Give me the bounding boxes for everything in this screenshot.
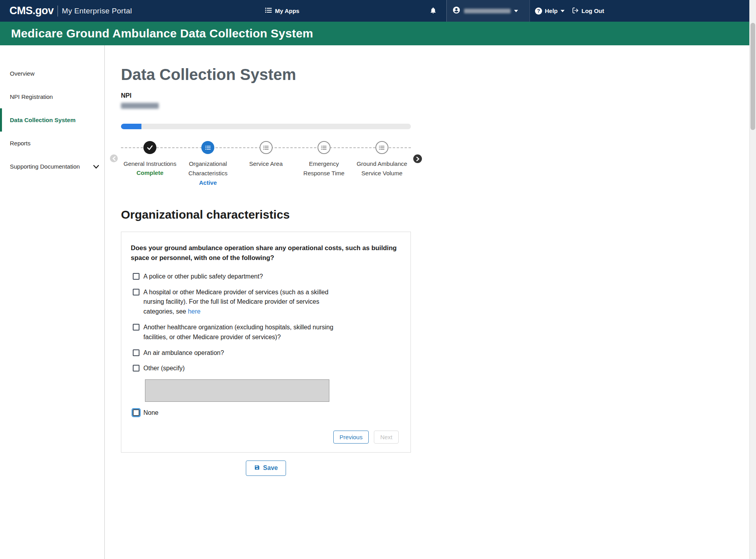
option-text: A hospital or other Medicare provider of…	[143, 289, 329, 315]
option-air-ambulance: An air ambulance operation?	[133, 348, 399, 358]
step-label: Organizational Characteristics	[179, 159, 237, 178]
notifications-button[interactable]	[429, 0, 437, 22]
sidebar: Overview NPI Registration Data Collectio…	[0, 45, 105, 559]
npi-label: NPI	[121, 92, 411, 99]
step-label: Service Area	[249, 159, 282, 169]
step-label: Emergency Response Time	[295, 159, 353, 178]
step-label: General Instructions	[123, 159, 176, 169]
options-list: A police or other public safety departme…	[133, 272, 399, 418]
list-icon	[375, 141, 388, 154]
save-icon	[254, 464, 260, 472]
my-apps-button[interactable]: My Apps	[265, 7, 299, 14]
checkbox-other-healthcare-org[interactable]	[133, 324, 139, 331]
option-label[interactable]: Another healthcare organization (excludi…	[143, 323, 349, 342]
brand-logo[interactable]: CMS.gov My Enterprise Portal	[9, 0, 132, 22]
sidebar-item-label: NPI Registration	[10, 93, 53, 100]
sidebar-item-label: Reports	[10, 140, 31, 147]
sidebar-item-reports[interactable]: Reports	[0, 132, 104, 155]
stepper-previous-arrow	[110, 154, 118, 162]
step-status: Active	[199, 179, 217, 186]
step-emergency-response-time[interactable]: Emergency Response Time	[295, 141, 353, 186]
checkbox-none[interactable]	[133, 409, 139, 416]
card-button-row: Previous Next	[131, 431, 399, 444]
stepper: General Instructions Complete Organizati…	[121, 141, 411, 186]
option-other-healthcare-org: Another healthcare organization (excludi…	[133, 323, 399, 342]
chevron-down-icon	[93, 163, 99, 170]
step-organizational-characteristics[interactable]: Organizational Characteristics Active	[179, 141, 237, 186]
top-nav: CMS.gov My Enterprise Portal My Apps ? H…	[0, 0, 756, 22]
option-label[interactable]: An air ambulance operation?	[143, 348, 224, 358]
scrollbar-thumb[interactable]	[750, 23, 755, 130]
step-label: Ground Ambulance Service Volume	[353, 159, 411, 178]
save-label: Save	[263, 464, 278, 472]
section-title: Organizational characteristics	[121, 208, 411, 221]
list-icon	[265, 7, 272, 14]
checkbox-police-department[interactable]	[133, 273, 139, 280]
option-other-specify: Other (specify)	[133, 364, 399, 373]
question-card: Does your ground ambulance operation sha…	[121, 232, 411, 453]
logout-button[interactable]: Log Out	[572, 0, 604, 22]
save-button[interactable]: Save	[246, 461, 286, 476]
option-police-department: A police or other public safety departme…	[133, 272, 399, 282]
user-avatar-icon	[452, 6, 461, 16]
list-icon	[318, 141, 331, 154]
step-ground-ambulance-service-volume[interactable]: Ground Ambulance Service Volume	[353, 141, 411, 186]
sidebar-item-data-collection-system[interactable]: Data Collection System	[0, 108, 104, 132]
user-menu[interactable]	[446, 0, 530, 22]
checkbox-hospital-provider[interactable]	[133, 289, 139, 295]
option-label[interactable]: A hospital or other Medicare provider of…	[143, 288, 349, 317]
next-button: Next	[374, 431, 399, 444]
vertical-scrollbar[interactable]	[749, 0, 756, 559]
user-name-redacted	[464, 9, 511, 13]
question-text: Does your ground ambulance operation sha…	[131, 243, 398, 263]
option-label[interactable]: Other (specify)	[143, 364, 185, 373]
step-general-instructions[interactable]: General Instructions Complete	[121, 141, 179, 186]
option-label[interactable]: A police or other public safety departme…	[143, 272, 263, 282]
sidebar-item-supporting-documentation[interactable]: Supporting Documentation	[0, 155, 104, 178]
checkbox-air-ambulance[interactable]	[133, 349, 139, 356]
check-icon	[143, 141, 156, 154]
stepper-next-arrow[interactable]	[413, 154, 422, 163]
chevron-down-icon	[561, 10, 565, 12]
list-icon	[201, 141, 214, 154]
here-link[interactable]: here	[188, 308, 201, 315]
cms-gov-logo: CMS.gov	[9, 5, 54, 17]
list-icon	[260, 141, 273, 154]
page-title: Data Collection System	[121, 66, 411, 84]
logout-icon	[572, 7, 579, 15]
option-label[interactable]: None	[143, 408, 158, 418]
sidebar-item-npi-registration[interactable]: NPI Registration	[0, 85, 104, 108]
npi-value-redacted	[121, 103, 159, 109]
help-label: Help	[545, 7, 558, 14]
portal-title: My Enterprise Portal	[62, 7, 132, 15]
my-apps-label: My Apps	[275, 7, 299, 14]
checkbox-other-specify[interactable]	[133, 365, 139, 371]
sidebar-item-label: Overview	[10, 70, 35, 77]
sidebar-item-label: Supporting Documentation	[10, 163, 80, 170]
sidebar-item-label: Data Collection System	[10, 117, 76, 123]
progress-bar	[121, 124, 411, 129]
option-none: None	[133, 408, 399, 418]
app-title: Medicare Ground Ambulance Data Collectio…	[11, 27, 313, 40]
logo-divider	[58, 6, 58, 17]
step-status: Complete	[136, 169, 163, 176]
logout-label: Log Out	[581, 7, 604, 14]
step-service-area[interactable]: Service Area	[237, 141, 295, 186]
help-menu[interactable]: ? Help	[535, 0, 565, 22]
app-banner: Medicare Ground Ambulance Data Collectio…	[0, 22, 756, 45]
save-row: Save	[121, 461, 411, 476]
previous-button[interactable]: Previous	[333, 431, 369, 444]
progress-bar-fill	[121, 124, 141, 129]
option-hospital-provider: A hospital or other Medicare provider of…	[133, 288, 399, 317]
bell-icon	[429, 7, 437, 15]
sidebar-item-overview[interactable]: Overview	[0, 62, 104, 85]
main-content: Data Collection System NPI General Ins	[105, 45, 756, 559]
help-icon: ?	[535, 7, 542, 15]
chevron-down-icon	[514, 10, 518, 12]
other-specify-textarea	[145, 379, 329, 402]
